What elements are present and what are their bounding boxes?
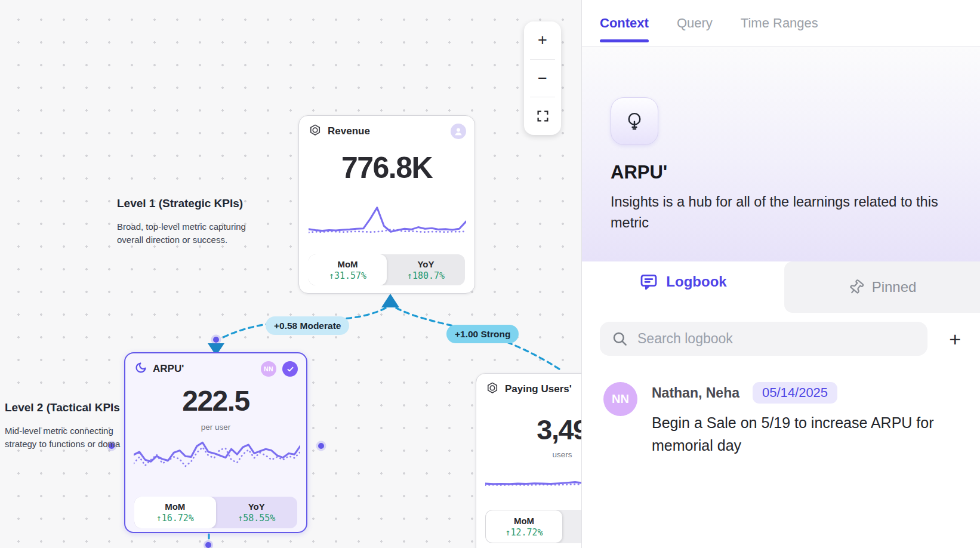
level-1-description: Broad, top-level metric capturing overal… (117, 220, 258, 247)
correlation-label-moderate[interactable]: +0.58 Moderate (266, 316, 349, 335)
zoom-out-button[interactable]: − (524, 60, 561, 97)
collaborators-avatar: NN (261, 361, 276, 377)
logbook-entry[interactable]: NN Nathan, Neha 05/14/2025 Begin a Sale … (582, 356, 980, 457)
metric-unit: per user (125, 423, 306, 432)
yoy-label: YoY (417, 259, 434, 269)
tab-pinned[interactable]: Pinned (784, 261, 980, 313)
search-icon (612, 331, 628, 347)
mom-label: MoM (165, 501, 185, 512)
entry-author-avatar: NN (603, 382, 637, 416)
metric-card-paying-users[interactable]: Paying Users' 3,49 users MoM ↑12.72% (476, 373, 581, 548)
entry-date-badge: 05/14/2025 (753, 382, 837, 404)
card-title: Revenue (328, 125, 370, 137)
metric-tree-canvas[interactable]: +0.58 Moderate +1.00 Strong Level 1 (Str… (0, 0, 581, 548)
entry-author-name: Nathan, Neha (652, 385, 739, 401)
level-1-title: Level 1 (Strategic KPIs) (117, 197, 260, 210)
metric-unit: users (476, 450, 581, 459)
mom-toggle[interactable]: MoM ↑12.72% (485, 510, 563, 543)
metric-card-arpu[interactable]: ARPU' NN 222.5 per user MoM ↑16.72% YoY … (124, 352, 307, 533)
metric-card-revenue[interactable]: Revenue 776.8K MoM ↑31.57% YoY ↑180.7% (298, 115, 475, 294)
moon-metric-icon (135, 362, 147, 376)
period-toggle: MoM ↑31.57% YoY ↑180.7% (309, 254, 465, 285)
logbook-search-box[interactable] (600, 322, 927, 356)
connection-handle-dot[interactable] (211, 335, 221, 345)
level-1-annotation: Level 1 (Strategic KPIs) Broad, top-leve… (117, 197, 260, 247)
yoy-toggle[interactable]: YoY ↑180.7% (387, 254, 465, 285)
metric-subtitle: Insights is a hub for all of the learnin… (611, 192, 951, 234)
insights-icon-tile (611, 97, 658, 145)
mom-value: ↑31.57% (329, 270, 366, 281)
context-panel: Context Query Time Ranges ARPU' Insights… (581, 0, 980, 548)
yoy-value: ↑58.55% (238, 513, 275, 524)
sparkline-chart (134, 436, 300, 475)
period-toggle: MoM ↑12.72% (485, 510, 581, 543)
yoy-toggle[interactable] (563, 510, 581, 543)
metric-context-header: ARPU' Insights is a hub for all of the l… (582, 47, 980, 261)
tab-query[interactable]: Query (677, 0, 713, 46)
yoy-label: YoY (248, 501, 265, 512)
hexagon-metric-icon (486, 381, 499, 397)
panel-tab-bar: Context Query Time Ranges (582, 0, 980, 47)
entry-text: Begin a Sale on 5/19 to increase ARPU fo… (652, 412, 956, 457)
fullscreen-icon (537, 110, 549, 122)
level-2-annotation: Level 2 (Tactical KPIs Mid-level metric … (5, 401, 127, 451)
mom-toggle[interactable]: MoM ↑31.57% (309, 254, 387, 285)
hexagon-metric-icon (309, 124, 322, 139)
yoy-toggle[interactable]: YoY ↑58.55% (216, 497, 298, 528)
correlation-label-strong[interactable]: +1.00 Strong (446, 325, 519, 343)
tab-logbook[interactable]: Logbook (582, 261, 784, 301)
logbook-comment-icon (639, 272, 658, 291)
logbook-search-input[interactable] (637, 331, 916, 347)
pin-icon (845, 276, 867, 298)
tab-context[interactable]: Context (600, 0, 649, 46)
tab-time-ranges[interactable]: Time Ranges (741, 0, 818, 46)
metric-value: 222.5 (125, 384, 306, 417)
metric-value: 776.8K (299, 150, 474, 185)
yoy-value: ↑180.7% (407, 270, 445, 281)
mom-value: ↑12.72% (505, 527, 543, 538)
sparkline-chart (485, 463, 581, 492)
logbook-pinned-tabs: Logbook Pinned (582, 261, 980, 301)
add-logbook-entry-button[interactable]: + (944, 329, 966, 349)
fit-view-button[interactable] (524, 97, 561, 135)
connection-handle-dot[interactable] (316, 441, 326, 451)
lightbulb-icon (624, 110, 645, 132)
mom-toggle[interactable]: MoM ↑16.72% (134, 497, 216, 528)
mom-label: MoM (337, 259, 358, 269)
card-title: Paying Users' (505, 383, 572, 395)
mom-label: MoM (514, 516, 534, 526)
metric-title: ARPU' (611, 162, 951, 183)
zoom-in-button[interactable]: + (524, 21, 561, 59)
card-title: ARPU' (153, 363, 184, 375)
connection-handle-dot[interactable] (204, 540, 213, 548)
verified-badge-icon (282, 361, 298, 377)
level-2-description: Mid-level metric connecting strategy to … (5, 424, 127, 451)
canvas-zoom-toolbar: + − (524, 21, 561, 135)
period-toggle: MoM ↑16.72% YoY ↑58.55% (134, 497, 297, 528)
mom-value: ↑16.72% (156, 513, 194, 524)
owner-avatar (451, 124, 466, 139)
sparkline-chart (309, 204, 466, 240)
level-2-title: Level 2 (Tactical KPIs (5, 401, 127, 414)
arrowhead-up-icon (381, 294, 399, 307)
metric-value: 3,49 (476, 413, 581, 446)
